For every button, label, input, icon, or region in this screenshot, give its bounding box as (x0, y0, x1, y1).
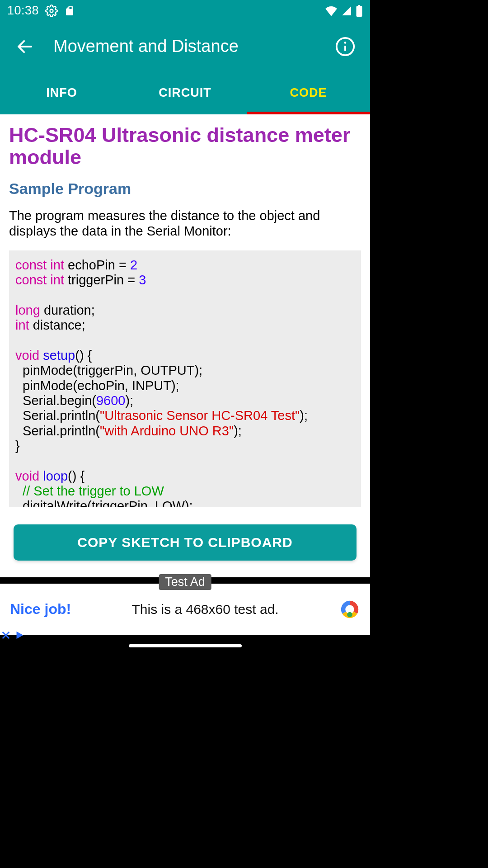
code-token: Serial.println( (15, 408, 100, 423)
status-bar: 10:38 (0, 0, 370, 21)
code-token: Serial.println( (15, 424, 100, 438)
code-token: loop (43, 469, 68, 483)
status-right (325, 5, 363, 17)
ad-choices-icon[interactable] (14, 630, 24, 640)
code-token: ); (300, 408, 308, 423)
code-token: ); (125, 393, 133, 408)
code-token: duration; (40, 303, 95, 317)
ad-text: This is a 468x60 test ad. (89, 602, 321, 617)
svg-point-5 (347, 612, 352, 617)
code-token: setup (43, 348, 75, 363)
svg-point-4 (344, 42, 347, 44)
code-token: 9600 (96, 393, 126, 408)
code-token: // Set the trigger to LOW (15, 484, 164, 498)
button-strip: COPY SKETCH TO CLIPBOARD (0, 507, 370, 577)
code-token: "with Arduino UNO R3" (100, 424, 234, 438)
code-token: 3 (139, 273, 146, 287)
code-token: long (15, 303, 40, 317)
info-button[interactable] (333, 34, 357, 59)
code-token: } (15, 439, 20, 453)
gear-icon (45, 5, 58, 17)
code-token: ); (234, 424, 242, 438)
ad-container: Test Ad Nice job! This is a 468x60 test … (0, 577, 370, 635)
code-token: const int (15, 273, 64, 287)
wifi-icon (325, 5, 338, 16)
code-token: int (15, 318, 29, 332)
tab-info[interactable]: INFO (0, 71, 123, 114)
content-description: The program measures the distance to the… (9, 208, 361, 239)
android-nav-bar (0, 635, 370, 656)
code-token: echoPin = (64, 258, 130, 272)
arrow-left-icon (15, 37, 34, 56)
code-token: void (15, 348, 43, 363)
code-token: const int (15, 258, 64, 272)
ad-badge: Test Ad (159, 574, 211, 590)
ad-banner[interactable]: Test Ad Nice job! This is a 468x60 test … (0, 584, 370, 635)
content-area[interactable]: HC-SR04 Ultrasonic distance meter module… (0, 114, 370, 507)
status-left: 10:38 (7, 4, 75, 18)
tabs: INFO CIRCUIT CODE (0, 71, 370, 114)
clock: 10:38 (7, 4, 39, 18)
ad-controls (1, 630, 24, 640)
code-block: const int echoPin = 2 const int triggerP… (9, 250, 361, 507)
page-title: Movement and Distance (53, 37, 333, 56)
code-token: 2 (130, 258, 137, 272)
code-token: "Ultrasonic Sensor HC-SR04 Test" (100, 408, 300, 423)
code-token: Serial.begin( (15, 393, 96, 408)
app-bar: Movement and Distance (0, 21, 370, 71)
battery-icon (356, 5, 363, 17)
tab-circuit[interactable]: CIRCUIT (123, 71, 247, 114)
copy-sketch-button[interactable]: COPY SKETCH TO CLIPBOARD (14, 524, 357, 561)
svg-point-0 (50, 9, 53, 12)
code-token: digitalWrite(triggerPin, LOW); (15, 499, 193, 507)
tab-code[interactable]: CODE (247, 71, 370, 114)
ad-logo-icon (339, 599, 360, 620)
code-token: triggerPin = (64, 273, 139, 287)
cellular-icon (341, 5, 352, 16)
nav-gesture-pill[interactable] (129, 644, 242, 647)
sd-card-icon (64, 5, 75, 16)
content-subtitle: Sample Program (9, 180, 361, 198)
info-icon (335, 36, 356, 57)
code-token: void (15, 469, 43, 483)
code-token: pinMode(echoPin, INPUT); (15, 378, 179, 393)
code-token: () { (68, 469, 84, 483)
code-token: distance; (29, 318, 85, 332)
code-token: () { (75, 348, 92, 363)
ad-headline: Nice job! (10, 601, 71, 618)
back-button[interactable] (13, 34, 37, 59)
ad-close-icon[interactable] (1, 630, 11, 640)
code-token: pinMode(triggerPin, OUTPUT); (15, 363, 202, 377)
content-title: HC-SR04 Ultrasonic distance meter module (9, 124, 361, 168)
